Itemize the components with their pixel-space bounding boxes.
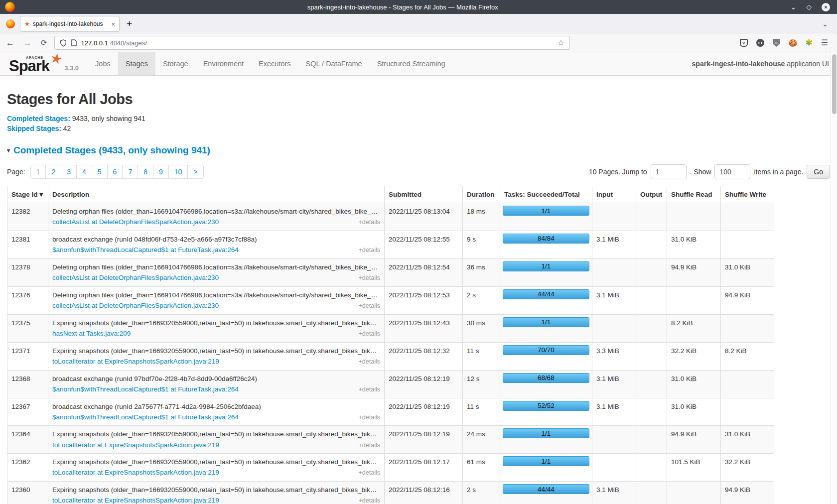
page-button-5[interactable]: 5 xyxy=(92,165,108,179)
details-toggle[interactable]: +details xyxy=(359,385,380,394)
stage-callsite-link[interactable]: collectAsList at DeleteOrphanFilesSparkA… xyxy=(52,301,219,310)
stage-id-cell: 12371 xyxy=(7,342,48,370)
next-page-button[interactable]: > xyxy=(187,165,203,179)
nav-tab-executors[interactable]: Executors xyxy=(251,52,298,75)
pocket-extension-icon[interactable]: v xyxy=(740,39,748,47)
details-toggle[interactable]: +details xyxy=(359,497,380,504)
back-button[interactable]: ← xyxy=(6,39,14,47)
stages-table-body: 12382 Deleting orphan files (older_than=… xyxy=(7,203,774,504)
page-info-icon[interactable] xyxy=(71,39,77,46)
page-button-6[interactable]: 6 xyxy=(107,165,123,179)
forward-button[interactable]: → xyxy=(23,39,32,47)
submitted-cell: 2022/11/25 08:12:19 xyxy=(385,426,463,454)
bookmark-star-icon[interactable]: ☆ xyxy=(558,38,564,47)
stage-callsite-link[interactable]: toLocalIterator at ExpireSnapshotsSparkA… xyxy=(52,496,219,504)
window-titlebar: spark-ingest-into-lakehouse - Stages for… xyxy=(0,0,837,14)
nav-tab-environment[interactable]: Environment xyxy=(196,52,251,75)
new-tab-button[interactable]: + xyxy=(127,18,132,29)
details-toggle[interactable]: +details xyxy=(359,413,380,422)
maximize-icon[interactable]: ◇ xyxy=(806,3,812,10)
column-header-submitted[interactable]: Submitted xyxy=(385,186,463,203)
ublock-origin-icon[interactable]: u xyxy=(773,39,780,47)
details-toggle[interactable]: +details xyxy=(359,246,380,255)
column-header-tasks-succeeded-total[interactable]: Tasks: Succeeded/Total xyxy=(500,186,592,203)
input-cell xyxy=(592,426,636,454)
nav-tab-storage[interactable]: Storage xyxy=(155,52,196,75)
details-toggle[interactable]: +details xyxy=(359,218,380,227)
column-header-shuffle-write[interactable]: Shuffle Write xyxy=(721,186,774,203)
nav-tab-structured-streaming[interactable]: Structured Streaming xyxy=(370,52,453,75)
list-tabs-chevron-icon[interactable]: ⌄ xyxy=(822,20,828,28)
nav-tab-stages[interactable]: Stages xyxy=(118,52,155,75)
stage-callsite-link[interactable]: hasNext at Tasks.java:209 xyxy=(52,329,131,338)
column-header-input[interactable]: Input xyxy=(592,186,636,203)
page-button-3[interactable]: 3 xyxy=(61,165,77,179)
page-scrollbar-thumb[interactable] xyxy=(832,54,837,114)
column-header-description[interactable]: Description xyxy=(48,186,385,203)
nav-tab-sql-dataframe[interactable]: SQL / DataFrame xyxy=(298,52,370,75)
table-row: 12364 Expiring snapshots (older_than=166… xyxy=(7,426,774,454)
stage-callsite-link[interactable]: collectAsList at DeleteOrphanFilesSparkA… xyxy=(52,273,219,282)
column-header-output[interactable]: Output xyxy=(636,186,667,203)
column-header-duration[interactable]: Duration xyxy=(463,186,500,203)
tasks-cell: 1/1 xyxy=(500,454,592,482)
page-button-1[interactable]: 1 xyxy=(30,165,46,179)
shuffle-write-cell: 32.2 KiB xyxy=(721,454,774,482)
details-toggle[interactable]: +details xyxy=(359,469,380,478)
spark-logo[interactable]: APACHE Spark ★ xyxy=(0,52,64,75)
page-button-7[interactable]: 7 xyxy=(122,165,138,179)
details-toggle[interactable]: +details xyxy=(359,330,380,339)
stage-callsite-link[interactable]: collectAsList at DeleteOrphanFilesSparkA… xyxy=(52,217,219,227)
tab-close-icon[interactable]: × xyxy=(111,20,115,28)
table-row: 12382 Deleting orphan files (older_than=… xyxy=(7,203,774,231)
items-per-page-input[interactable] xyxy=(714,164,750,179)
mask-extension-icon[interactable]: ◖◗ xyxy=(756,39,764,47)
asterisk-extension-icon[interactable]: ✱ xyxy=(806,39,812,47)
duration-cell: 18 ms xyxy=(463,203,500,231)
stage-callsite-link[interactable]: $anonfun$withThreadLocalCaptured$1 at Fu… xyxy=(52,245,239,254)
stage-description: Deleting orphan files (older_than=166910… xyxy=(52,262,380,272)
details-toggle[interactable]: +details xyxy=(359,358,380,367)
minimize-icon[interactable]: ⌄ xyxy=(790,3,796,10)
stage-callsite-link[interactable]: $anonfun$withThreadLocalCaptured$1 at Fu… xyxy=(52,412,239,422)
page-button-2[interactable]: 2 xyxy=(45,165,61,179)
submitted-cell: 2022/11/25 08:12:54 xyxy=(385,258,463,286)
table-row: 12378 Deleting orphan files (older_than=… xyxy=(7,258,774,286)
description-cell: Expiring snapshots (older_than=166932055… xyxy=(48,314,385,342)
cookie-extension-icon[interactable]: 🍪 xyxy=(789,39,797,46)
nav-tab-jobs[interactable]: Jobs xyxy=(88,52,118,75)
completed-stages-section-header[interactable]: ▾ Completed Stages (9433, only showing 9… xyxy=(7,145,830,156)
description-cell: Deleting orphan files (older_than=166910… xyxy=(48,258,385,286)
stage-callsite-link[interactable]: $anonfun$withThreadLocalCaptured$1 at Fu… xyxy=(52,384,239,394)
stage-id-cell: 12362 xyxy=(7,454,48,482)
page-button-8[interactable]: 8 xyxy=(138,165,153,179)
column-header-stage-id[interactable]: Stage Id ▾ xyxy=(7,186,48,203)
submitted-cell: 2022/11/25 08:12:17 xyxy=(385,454,463,482)
summary-link[interactable]: Skipped Stages: xyxy=(7,125,61,132)
reload-button[interactable]: ⟳ xyxy=(41,38,47,47)
menu-icon[interactable]: ☰ xyxy=(821,39,828,47)
stage-callsite-link[interactable]: toLocalIterator at ExpireSnapshotsSparkA… xyxy=(52,440,219,450)
tasks-progress-bar: 68/68 xyxy=(503,373,589,383)
shuffle-write-cell xyxy=(721,398,774,426)
stages-table-header-row: Stage Id ▾DescriptionSubmittedDurationTa… xyxy=(7,186,774,203)
details-toggle[interactable]: +details xyxy=(359,274,380,283)
submitted-cell: 2022/11/25 08:12:19 xyxy=(385,398,463,426)
page-button-9[interactable]: 9 xyxy=(153,165,169,179)
jump-to-page-input[interactable] xyxy=(651,164,687,179)
shuffle-read-cell: 31.0 KiB xyxy=(667,370,721,398)
page-scrollbar[interactable] xyxy=(831,52,837,504)
page-button-4[interactable]: 4 xyxy=(76,165,92,179)
stage-callsite-link[interactable]: toLocalIterator at ExpireSnapshotsSparkA… xyxy=(52,357,219,366)
go-button[interactable]: Go xyxy=(807,165,830,179)
stage-callsite-link[interactable]: toLocalIterator at ExpireSnapshotsSparkA… xyxy=(52,468,219,477)
details-toggle[interactable]: +details xyxy=(359,302,380,311)
page-button-10[interactable]: 10 xyxy=(168,165,188,179)
browser-tab[interactable]: ★ spark-ingest-into-lakehous × xyxy=(20,16,120,32)
summary-link[interactable]: Completed Stages: xyxy=(7,115,70,123)
close-icon[interactable]: × xyxy=(822,3,830,11)
shield-permissions-icon[interactable] xyxy=(60,39,67,47)
column-header-shuffle-read[interactable]: Shuffle Read xyxy=(667,186,721,203)
details-toggle[interactable]: +details xyxy=(359,441,380,450)
url-bar[interactable]: 127.0.0.1:4040/stages/ ☆ xyxy=(54,36,570,50)
